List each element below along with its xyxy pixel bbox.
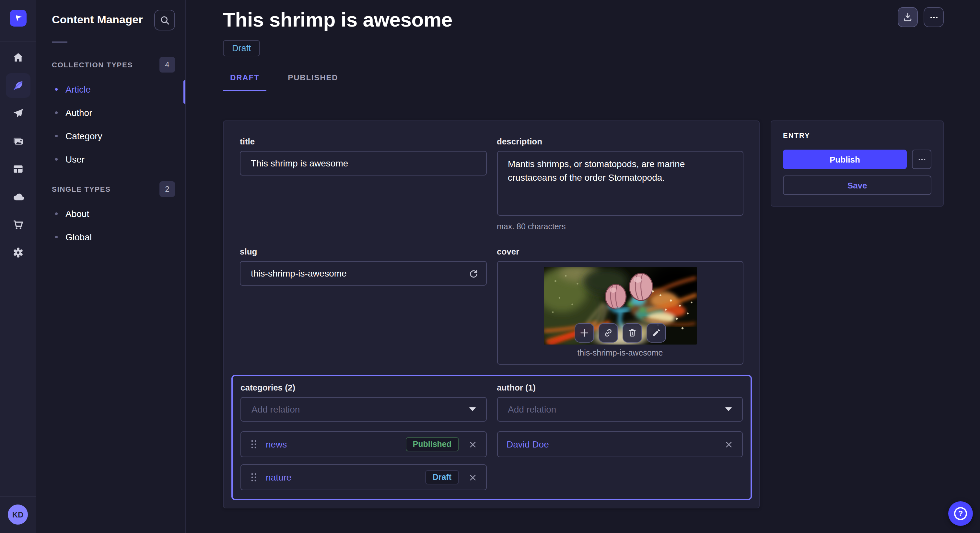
relation-status-badge: Published bbox=[406, 437, 458, 451]
cover-filename: this-shrimp-is-awesome bbox=[578, 348, 663, 357]
home-icon[interactable] bbox=[5, 45, 30, 70]
bullet-dot bbox=[55, 236, 58, 238]
sidebar-item-global[interactable]: Global bbox=[36, 225, 185, 249]
cover-toolbar bbox=[574, 323, 666, 343]
tab-draft[interactable]: DRAFT bbox=[223, 73, 266, 91]
sidebar-item-label: Article bbox=[65, 84, 91, 95]
active-item-indicator bbox=[183, 80, 185, 104]
count-badge: 2 bbox=[159, 181, 175, 197]
subnav: Content Manager COLLECTION TYPES 4 Artic… bbox=[36, 0, 186, 533]
field-label: categories (2) bbox=[240, 383, 487, 392]
field-label: slug bbox=[240, 247, 487, 257]
sidebar-item-label: Global bbox=[65, 232, 92, 242]
close-icon bbox=[468, 440, 477, 449]
chevron-down-icon bbox=[469, 408, 476, 411]
refresh-icon bbox=[468, 268, 479, 279]
relations-highlight-zone: categories (2) Add relation news bbox=[231, 375, 752, 500]
subnav-title: Content Manager bbox=[52, 14, 143, 27]
strapi-logo[interactable] bbox=[10, 10, 26, 27]
drag-handle-icon[interactable] bbox=[250, 472, 257, 482]
save-button[interactable]: Save bbox=[783, 176, 931, 195]
trash-icon bbox=[627, 328, 638, 338]
description-textarea[interactable]: Mantis shrimps, or stomatopods, are mari… bbox=[497, 151, 743, 216]
search-button[interactable] bbox=[154, 10, 175, 30]
slug-input[interactable] bbox=[240, 261, 487, 286]
author-relation-list: David Doe bbox=[497, 431, 743, 457]
author-add-relation-combobox[interactable]: Add relation bbox=[497, 397, 743, 422]
title-input[interactable] bbox=[240, 151, 487, 176]
field-label: author (1) bbox=[497, 383, 743, 392]
field-label: title bbox=[240, 136, 487, 146]
publish-button[interactable]: Publish bbox=[783, 150, 907, 169]
field-label: cover bbox=[497, 247, 743, 257]
plus-icon bbox=[579, 328, 590, 338]
chevron-down-icon bbox=[725, 408, 732, 411]
remove-relation-button[interactable] bbox=[468, 473, 477, 482]
add-asset-button[interactable] bbox=[574, 323, 594, 343]
close-icon bbox=[725, 440, 733, 449]
tab-published[interactable]: PUBLISHED bbox=[281, 73, 345, 91]
field-title: title bbox=[240, 136, 487, 176]
field-description: description Mantis shrimps, or stomatopo… bbox=[497, 136, 743, 231]
relation-link[interactable]: news bbox=[266, 439, 287, 449]
field-author: author (1) Add relation David Doe bbox=[497, 383, 743, 457]
help-button[interactable]: ? bbox=[948, 501, 973, 526]
remove-relation-button[interactable] bbox=[725, 440, 733, 449]
bullet-dot bbox=[55, 111, 58, 114]
relation-link[interactable]: nature bbox=[266, 472, 291, 482]
entry-panel-title: ENTRY bbox=[783, 132, 931, 139]
settings-icon[interactable] bbox=[5, 240, 30, 265]
status-badge: Draft bbox=[223, 40, 260, 56]
rail-footer: KD bbox=[0, 496, 36, 533]
field-label: description bbox=[497, 136, 743, 146]
combobox-placeholder: Add relation bbox=[508, 404, 556, 414]
delete-asset-button[interactable] bbox=[622, 323, 642, 343]
section-label: COLLECTION TYPES bbox=[52, 61, 133, 69]
single-types-list: About Global bbox=[36, 202, 185, 249]
sidebar-item-label: About bbox=[65, 209, 89, 219]
more-options-button[interactable] bbox=[924, 7, 944, 27]
sidebar-item-article[interactable]: Article bbox=[36, 78, 185, 101]
edit-asset-button[interactable] bbox=[646, 323, 666, 343]
avatar[interactable]: KD bbox=[8, 504, 28, 525]
copy-link-button[interactable] bbox=[598, 323, 618, 343]
app-window: KD Content Manager COLLECTION TYPES 4 Ar… bbox=[0, 0, 980, 533]
field-cover: cover bbox=[497, 247, 743, 365]
relation-item-news: news Published bbox=[240, 431, 487, 457]
download-button[interactable] bbox=[898, 7, 918, 27]
categories-add-relation-combobox[interactable]: Add relation bbox=[240, 397, 487, 422]
relation-item-nature: nature Draft bbox=[240, 464, 487, 490]
divider bbox=[52, 41, 67, 43]
sidebar-item-category[interactable]: Category bbox=[36, 124, 185, 148]
rail-nav bbox=[0, 43, 36, 266]
sidebar-item-user[interactable]: User bbox=[36, 148, 185, 171]
content-type-builder-icon[interactable] bbox=[5, 156, 30, 181]
marketplace-icon[interactable] bbox=[5, 212, 30, 237]
regenerate-slug-button[interactable] bbox=[468, 268, 479, 279]
entry-more-button[interactable] bbox=[912, 150, 931, 169]
sidebar-item-author[interactable]: Author bbox=[36, 101, 185, 124]
field-categories: categories (2) Add relation news bbox=[240, 383, 487, 490]
more-icon bbox=[917, 154, 926, 164]
question-mark-icon: ? bbox=[954, 507, 967, 520]
count-badge: 4 bbox=[159, 57, 175, 73]
section-single-types: SINGLE TYPES 2 bbox=[52, 181, 175, 197]
link-icon bbox=[603, 328, 614, 338]
content-manager-icon[interactable] bbox=[5, 73, 30, 97]
field-slug: slug bbox=[240, 247, 487, 286]
releases-icon[interactable] bbox=[5, 101, 30, 125]
section-label: SINGLE TYPES bbox=[52, 185, 111, 193]
bullet-dot bbox=[55, 158, 58, 160]
remove-relation-button[interactable] bbox=[468, 440, 477, 449]
relation-link[interactable]: David Doe bbox=[506, 439, 549, 449]
media-library-icon[interactable] bbox=[5, 128, 30, 153]
relation-item-david-doe: David Doe bbox=[497, 431, 743, 457]
logo-section bbox=[0, 0, 36, 42]
more-icon bbox=[929, 12, 939, 22]
page-title: This shrimp is awesome bbox=[223, 8, 944, 32]
sidebar-item-about[interactable]: About bbox=[36, 202, 185, 225]
cloud-icon[interactable] bbox=[5, 184, 30, 209]
categories-relation-list: news Published bbox=[240, 431, 487, 490]
drag-handle-icon[interactable] bbox=[250, 439, 257, 449]
field-hint: max. 80 characters bbox=[497, 222, 743, 231]
